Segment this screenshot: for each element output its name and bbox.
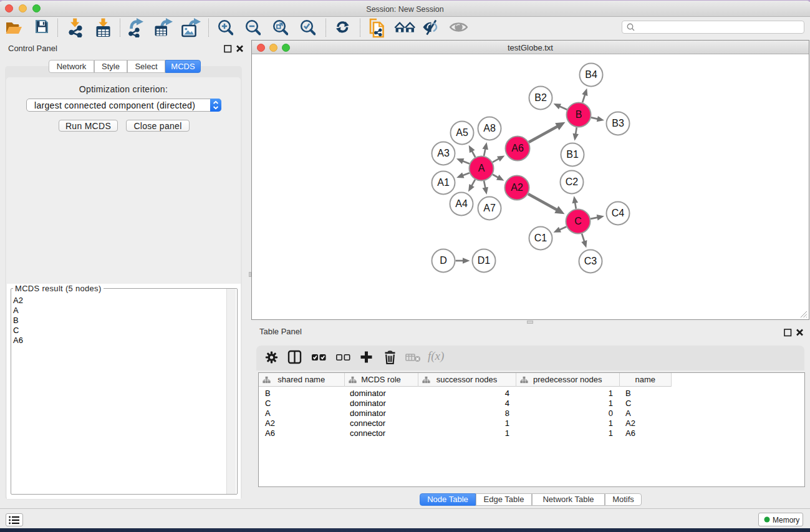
svg-text:C2: C2 (566, 177, 579, 187)
svg-text:A7: A7 (483, 203, 496, 213)
svg-text:D1: D1 (478, 255, 491, 266)
svg-text:C: C (574, 216, 582, 226)
svg-text:B2: B2 (534, 92, 547, 103)
svg-text:B4: B4 (585, 69, 597, 80)
svg-text:C1: C1 (534, 233, 547, 243)
svg-text:B: B (576, 109, 582, 120)
svg-text:A1: A1 (437, 177, 450, 188)
svg-text:C3: C3 (584, 256, 597, 266)
svg-text:A8: A8 (483, 123, 496, 133)
svg-text:B1: B1 (566, 149, 579, 160)
svg-text:C4: C4 (612, 208, 625, 218)
svg-text:A6: A6 (511, 143, 524, 153)
svg-text:B3: B3 (612, 118, 624, 128)
svg-text:A2: A2 (511, 182, 523, 193)
svg-text:A: A (478, 163, 485, 173)
svg-text:A3: A3 (437, 148, 450, 158)
svg-text:D: D (440, 255, 447, 266)
svg-text:A5: A5 (456, 127, 468, 138)
svg-text:A4: A4 (455, 198, 468, 209)
